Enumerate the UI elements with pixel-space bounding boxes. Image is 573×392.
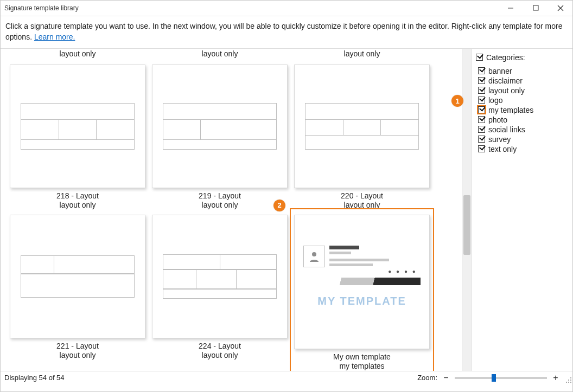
category-item-layout-only[interactable]: layout only: [476, 86, 569, 95]
category-checkbox[interactable]: [478, 126, 485, 133]
category-label: layout only: [488, 86, 525, 95]
template-card-221[interactable]: [10, 215, 145, 338]
category-label: logo: [488, 96, 502, 105]
template-card-mytemplate[interactable]: ● ● ● ● MY TEMPLATE: [294, 215, 430, 349]
template-title-mytemplate: My own template: [294, 352, 430, 362]
category-item-disclaimer[interactable]: disclaimer: [476, 76, 569, 86]
template-card-220[interactable]: [294, 65, 430, 188]
category-item-text-only[interactable]: text only: [476, 144, 569, 154]
footer: Displaying 54 of 54 Zoom: − +: [0, 371, 573, 384]
instructions: Click a signature template you want to u…: [0, 16, 573, 48]
template-sub-cut-a: layout only: [60, 49, 96, 58]
category-checkbox[interactable]: [478, 116, 485, 123]
category-checkbox[interactable]: [478, 136, 485, 143]
category-label: text only: [488, 145, 517, 153]
svg-point-9: [568, 382, 569, 383]
template-sub-mytemplate: my templates: [294, 362, 430, 371]
svg-point-7: [570, 380, 571, 381]
minimize-button[interactable]: [498, 0, 523, 16]
category-checkbox[interactable]: [478, 77, 485, 84]
category-label: survey: [488, 135, 511, 144]
category-item-banner[interactable]: banner: [476, 66, 569, 76]
banner-stripe: [303, 278, 421, 285]
status-text: Displaying 54 of 54: [4, 374, 417, 382]
category-checkbox[interactable]: [478, 106, 485, 113]
titlebar: Signature template library: [0, 0, 573, 16]
template-sub-cut-c: layout only: [344, 49, 380, 58]
maximize-button[interactable]: [523, 0, 548, 16]
category-item-my-templates[interactable]: my templates: [476, 105, 569, 115]
category-label: my templates: [488, 106, 533, 114]
category-label: social links: [488, 125, 525, 134]
svg-point-8: [566, 382, 567, 383]
template-sub-220: layout only: [294, 201, 430, 210]
annotation-badge-2: 2: [273, 200, 285, 211]
category-checkbox[interactable]: [478, 67, 485, 74]
annotation-badge-1: 1: [451, 95, 463, 107]
svg-point-10: [570, 382, 571, 383]
category-label: disclaimer: [488, 76, 523, 85]
zoom-label: Zoom:: [417, 374, 437, 382]
svg-point-5: [570, 377, 571, 378]
template-sub-219: layout only: [152, 201, 288, 210]
dots-icon: ● ● ● ●: [301, 268, 423, 274]
template-card-224[interactable]: [152, 215, 288, 338]
svg-point-6: [568, 380, 569, 381]
category-label: photo: [488, 115, 507, 124]
category-item-social-links[interactable]: social links: [476, 125, 569, 134]
template-card-218[interactable]: [10, 65, 145, 188]
categories-header: Categories:: [486, 53, 525, 62]
template-title-220: 220 - Layout: [294, 191, 430, 201]
close-button[interactable]: [548, 0, 573, 16]
category-checkbox[interactable]: [478, 97, 485, 104]
svg-rect-1: [533, 5, 538, 10]
learn-more-link[interactable]: Learn more.: [34, 33, 75, 41]
template-sub-218: layout only: [10, 201, 145, 210]
category-item-logo[interactable]: logo: [476, 95, 569, 105]
window-title: Signature template library: [0, 4, 498, 12]
template-title-221: 221 - Layout: [10, 342, 145, 351]
my-template-brand: MY TEMPLATE: [301, 295, 423, 307]
instructions-text: Click a signature template you want to u…: [5, 22, 562, 41]
template-title-219: 219 - Layout: [152, 191, 288, 201]
avatar-icon: [303, 246, 325, 267]
categories-master-checkbox[interactable]: [476, 54, 483, 61]
gallery-scrollbar[interactable]: [462, 49, 471, 371]
zoom-slider-thumb[interactable]: [492, 374, 496, 382]
svg-point-4: [312, 252, 316, 256]
category-checkbox[interactable]: [478, 87, 485, 94]
zoom-in-button[interactable]: +: [551, 374, 560, 382]
template-gallery: 218 - Layout layout only 216 - Layout la…: [0, 49, 471, 371]
category-item-survey[interactable]: survey: [476, 134, 569, 144]
zoom-slider[interactable]: [455, 377, 547, 379]
template-sub-221: layout only: [10, 351, 145, 361]
template-title-218: 218 - Layout: [10, 191, 145, 201]
template-title-224: 224 - Layout: [152, 342, 288, 351]
scrollbar-thumb[interactable]: [463, 195, 470, 255]
template-card-219[interactable]: [152, 65, 288, 188]
template-sub-224: layout only: [152, 351, 288, 361]
category-label: banner: [488, 67, 512, 75]
resize-grip-icon[interactable]: [565, 377, 572, 383]
zoom-out-button[interactable]: −: [442, 374, 450, 382]
categories-panel: Categories: bannerdisclaimerlayout onlyl…: [471, 49, 573, 371]
category-item-photo[interactable]: photo: [476, 115, 569, 125]
category-checkbox[interactable]: [478, 145, 485, 152]
template-sub-cut-b: layout only: [202, 49, 238, 58]
